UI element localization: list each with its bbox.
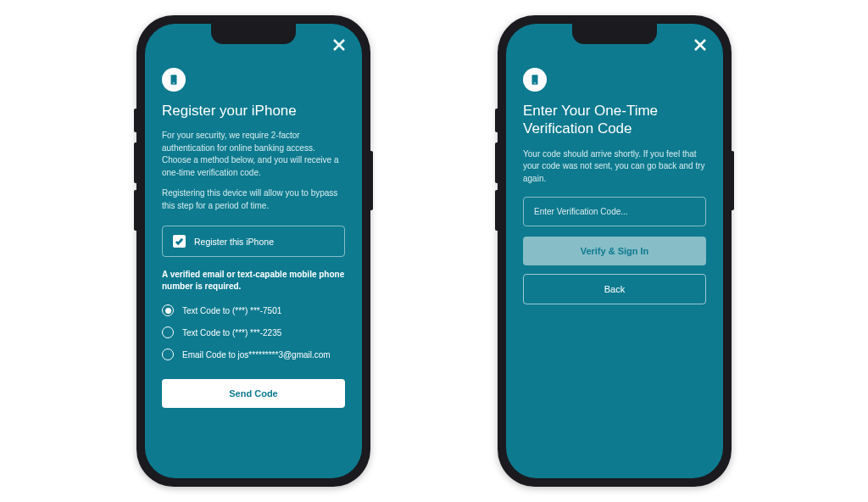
back-button[interactable]: Back bbox=[523, 274, 706, 304]
phone-verify: Enter Your One-Time Verification Code Yo… bbox=[498, 15, 732, 487]
checkbox-label: Register this iPhone bbox=[194, 237, 274, 247]
radio-label: Text Code to (***) ***-7501 bbox=[182, 306, 281, 315]
phone-notch bbox=[211, 24, 296, 44]
phone-side-button bbox=[370, 151, 373, 210]
phone-register: Register your iPhone For your security, … bbox=[136, 15, 370, 487]
phone-side-button bbox=[732, 151, 734, 210]
page-title: Enter Your One-Time Verification Code bbox=[523, 102, 706, 138]
register-device-checkbox-row[interactable]: Register this iPhone bbox=[162, 226, 345, 257]
requirement-text: A verified email or text-capable mobile … bbox=[162, 269, 345, 293]
close-icon bbox=[693, 38, 707, 52]
checkbox-icon bbox=[173, 235, 186, 248]
radio-option-text-2235[interactable]: Text Code to (***) ***-2235 bbox=[162, 326, 345, 338]
verification-code-input[interactable] bbox=[523, 197, 706, 226]
radio-icon bbox=[162, 349, 174, 360]
screen-verify: Enter Your One-Time Verification Code Yo… bbox=[506, 24, 723, 478]
verify-button[interactable]: Verify & Sign In bbox=[523, 237, 706, 265]
radio-icon bbox=[162, 326, 174, 338]
radio-option-email[interactable]: Email Code to jos*********3@gmail.com bbox=[162, 349, 345, 360]
close-button[interactable] bbox=[691, 36, 709, 54]
svg-rect-7 bbox=[534, 83, 536, 84]
close-icon bbox=[332, 38, 346, 52]
description-primary: For your security, we require 2-factor a… bbox=[162, 130, 345, 179]
screen-register: Register your iPhone For your security, … bbox=[145, 24, 362, 478]
phone-icon-badge bbox=[162, 68, 186, 92]
phone-icon bbox=[529, 74, 541, 86]
page-title: Register your iPhone bbox=[162, 102, 345, 120]
phone-notch bbox=[572, 24, 657, 44]
close-button[interactable] bbox=[330, 36, 348, 54]
description: Your code should arrive shortly. If you … bbox=[523, 148, 706, 186]
radio-label: Text Code to (***) ***-2235 bbox=[182, 328, 281, 337]
radio-option-text-7501[interactable]: Text Code to (***) ***-7501 bbox=[162, 304, 345, 316]
description-secondary: Registering this device will allow you t… bbox=[162, 187, 345, 212]
send-code-button[interactable]: Send Code bbox=[162, 379, 345, 408]
phone-icon-badge bbox=[523, 68, 547, 92]
svg-rect-3 bbox=[173, 83, 175, 84]
phone-icon bbox=[168, 74, 180, 86]
radio-label: Email Code to jos*********3@gmail.com bbox=[182, 350, 331, 360]
radio-icon bbox=[162, 304, 174, 316]
